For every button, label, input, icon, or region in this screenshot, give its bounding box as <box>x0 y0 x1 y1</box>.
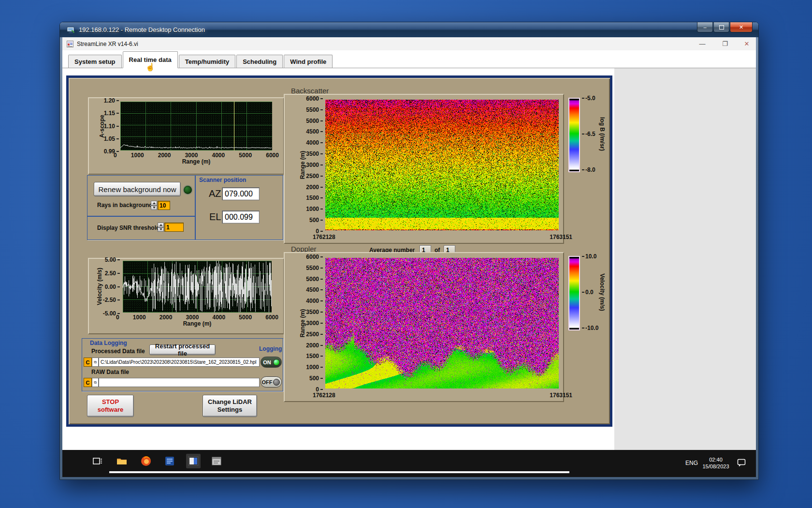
tick-label: 2000 <box>306 185 323 190</box>
app-titlebar[interactable]: StreamLine XR v14-6.vi — ❐ ✕ <box>62 37 756 50</box>
velocity-x-axis: 0100020003000400050006000 <box>116 314 278 320</box>
notifications-icon[interactable] <box>736 457 747 468</box>
raw-drive-selector[interactable]: C <box>84 378 92 387</box>
tick-label: 5500 <box>306 107 323 112</box>
tick-label: 6000 <box>266 152 279 158</box>
rdp-maximize-button[interactable] <box>713 22 729 32</box>
tick-label: -6.5 <box>582 132 595 136</box>
doppler-colorbar-labels: 10.00.0-10.0 <box>582 254 598 330</box>
raw-browse-icon[interactable]: ⧉ <box>92 378 99 387</box>
switch-off-dot-icon <box>273 379 280 386</box>
snr-spinner[interactable] <box>158 223 164 232</box>
switch-on-dot-icon <box>273 359 280 366</box>
tick-label: 1.20 <box>104 98 119 103</box>
tick-label: 3000 <box>185 152 198 158</box>
tick-label: 1000 <box>133 314 146 320</box>
tick-label: -10.0 <box>582 326 598 330</box>
raw-logging-switch[interactable]: OFF <box>261 376 282 388</box>
rdp-close-button[interactable]: ✕ <box>730 22 753 32</box>
spinner-down-icon <box>160 228 162 230</box>
tick-label: 5500 <box>306 266 323 270</box>
velocity-x-axis-label: Range (m) <box>183 320 212 327</box>
app-title: StreamLine XR v14-6.vi <box>77 41 138 47</box>
file-explorer-icon[interactable] <box>115 454 129 468</box>
rdp-minimize-button[interactable]: – <box>697 22 713 32</box>
scheduler-app-icon[interactable] <box>209 454 224 468</box>
el-value-field: 000.099 <box>222 210 260 224</box>
app-restore-button[interactable]: ❐ <box>721 40 729 47</box>
tick-label: 10.0 <box>582 254 598 259</box>
tick-label: 0 <box>114 152 117 158</box>
rdp-window-controls: – ✕ <box>697 22 753 32</box>
backscatter-colorbar-title: log B (/m/sr) <box>599 117 606 151</box>
raw-path-field[interactable] <box>99 378 260 387</box>
document-app-icon[interactable] <box>162 454 177 468</box>
change-lidar-settings-button[interactable]: Change LiDARSettings <box>203 395 257 417</box>
tick-label: 0 <box>316 229 323 234</box>
app-minimize-button[interactable]: — <box>698 40 707 47</box>
tick-label: 2000 <box>158 152 171 158</box>
ascope-x-axis: 0100020003000400050006000 <box>114 152 279 158</box>
restart-processed-file-button[interactable]: Restart processed file <box>149 344 216 355</box>
tick-label: 3000 <box>186 314 199 320</box>
backscatter-colorbar <box>568 98 580 172</box>
tick-label: 5000 <box>239 314 252 320</box>
rdp-icon <box>67 26 75 34</box>
spinner-up-icon <box>153 202 156 204</box>
spinner-down-icon <box>153 207 156 209</box>
tick-label: 1000 <box>306 207 323 211</box>
ascope-y-axis: 1.201.151.101.050.99 <box>98 98 119 154</box>
renew-background-button[interactable]: Renew background now <box>94 182 181 196</box>
firefox-icon[interactable] <box>139 454 153 468</box>
tick-label: -5.0 <box>582 96 595 101</box>
processed-drive-selector[interactable]: C <box>84 358 92 367</box>
clock-time: 02:40 <box>702 456 729 463</box>
backscatter-time-start: 1762128 <box>313 234 335 240</box>
tick-label: 2000 <box>160 314 173 320</box>
tab-wind-profile[interactable]: Wind profile <box>284 55 333 68</box>
tick-label: 4000 <box>306 140 323 145</box>
logging-label: Logging <box>259 345 282 352</box>
tick-label: 0 <box>116 314 119 320</box>
raw-data-file-label: RAW Data file <box>91 369 129 375</box>
app-close-button[interactable]: ✕ <box>742 40 751 47</box>
tick-label: 5.00 <box>105 257 120 262</box>
tick-label: 500 <box>309 376 323 381</box>
backscatter-heatmap <box>325 100 559 230</box>
tick-label: 2500 <box>306 174 323 179</box>
tick-label: 3000 <box>306 163 323 167</box>
rays-spinner[interactable] <box>151 201 157 210</box>
app-icon <box>67 41 73 47</box>
streamline-app-icon[interactable] <box>186 454 201 468</box>
rays-value-field[interactable]: 10 <box>158 201 170 210</box>
tick-label: 6000 <box>265 314 278 320</box>
tab-temp-humidity[interactable]: Temp/humidity <box>179 55 235 68</box>
snr-threshold-label: Display SNR threshold <box>97 224 160 231</box>
tick-label: 6000 <box>306 254 323 259</box>
data-logging-title: Data Logging <box>90 340 127 346</box>
language-indicator[interactable]: ENG <box>681 460 702 466</box>
ascope-x-axis-label: Range (m) <box>182 158 211 165</box>
right-gray-region <box>614 68 756 450</box>
snr-value-field[interactable]: 1 <box>164 223 184 232</box>
tick-label: 4000 <box>306 299 323 303</box>
rdp-titlebar[interactable]: 192.168.0.122 - Remote Desktop Connectio… <box>60 22 758 37</box>
tab-scheduling[interactable]: Scheduling <box>236 55 283 68</box>
processed-path-field[interactable]: C:\Lidar\Data\Proc\2023\202308\20230815\… <box>99 358 260 367</box>
tick-label: 4500 <box>306 287 323 292</box>
processed-browse-icon[interactable]: ⧉ <box>92 358 99 367</box>
stop-software-button[interactable]: STOPsoftware <box>87 395 134 417</box>
task-view-icon[interactable] <box>90 454 105 468</box>
tab-system-setup[interactable]: System setup <box>68 55 122 68</box>
doppler-heatmap <box>325 258 559 388</box>
tick-label: 4500 <box>306 129 323 134</box>
tick-label: 5000 <box>239 152 252 158</box>
tick-label: 1.05 <box>104 136 119 141</box>
clock[interactable]: 02:40 15/08/2023 <box>702 456 729 470</box>
clock-date: 15/08/2023 <box>702 463 729 470</box>
processed-logging-switch[interactable]: ON <box>261 357 282 368</box>
lidar-panel: A-scope 1.201.151.101.050.99 01000200030… <box>66 75 612 427</box>
tick-label: 0 <box>316 387 323 392</box>
tick-label: 3500 <box>306 310 323 314</box>
tick-label: 3500 <box>306 151 323 156</box>
